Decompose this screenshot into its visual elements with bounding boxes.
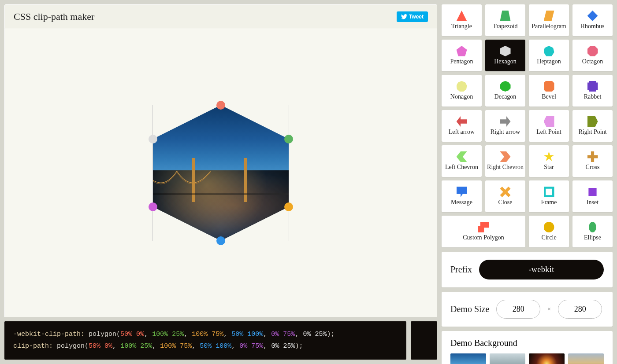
shape-preview-icon (500, 81, 511, 92)
shape-rabbet[interactable]: Rabbet (572, 75, 613, 107)
clip-handle-1[interactable] (284, 135, 293, 143)
shape-label: Rhombus (581, 23, 605, 30)
shape-preview-icon (500, 46, 511, 56)
prefix-toggle[interactable]: -webkit (479, 260, 604, 279)
shape-preview-icon (457, 81, 467, 92)
demo-height-input[interactable] (558, 300, 602, 319)
shape-label: Trapezoid (493, 23, 517, 30)
clip-handle-5[interactable] (149, 135, 157, 143)
shape-close[interactable]: Close (485, 180, 525, 212)
shape-label: Rabbet (584, 93, 602, 100)
shape-label: Star (544, 164, 554, 171)
shape-grid: TriangleTrapezoidParallelogramRhombusPen… (442, 4, 613, 247)
demo-background-label: Demo Background (450, 338, 604, 348)
shape-nonagon[interactable]: Nonagon (442, 75, 482, 107)
clip-handle-2[interactable] (284, 202, 293, 211)
shape-preview-icon (544, 81, 554, 92)
shape-right-point[interactable]: Right Point (572, 110, 613, 142)
code-side-panel[interactable] (411, 321, 437, 360)
shape-left-arrow[interactable]: Left arrow (442, 110, 482, 142)
shape-right-arrow[interactable]: Right arrow (485, 110, 525, 142)
shape-label: Octagon (582, 58, 603, 65)
shape-preview-icon (587, 46, 598, 56)
clip-handle-0[interactable] (216, 101, 225, 110)
shape-octagon[interactable]: Octagon (572, 40, 613, 71)
shape-label: Parallelogram (532, 23, 566, 30)
shape-label: Custom Polygon (463, 234, 504, 241)
tweet-button[interactable]: Tweet (397, 11, 428, 22)
demo-size-label: Demo Size (450, 304, 489, 314)
bg-thumb-2[interactable] (529, 353, 565, 364)
shape-message[interactable]: Message (442, 180, 482, 212)
shape-ellipse[interactable]: Ellipse (572, 216, 613, 247)
shape-label: Cross (586, 164, 600, 171)
shape-label: Inset (587, 199, 598, 206)
demo-width-input[interactable] (496, 300, 540, 319)
shape-preview-icon (544, 187, 554, 197)
shape-pentagon[interactable]: Pentagon (442, 40, 482, 71)
shape-left-chevron[interactable]: Left Chevron (442, 145, 482, 177)
size-separator: × (547, 306, 551, 313)
shape-decagon[interactable]: Decagon (485, 75, 525, 107)
clip-handle-3[interactable] (216, 236, 225, 245)
shape-preview-icon (500, 116, 511, 127)
shape-preview-icon (587, 11, 598, 21)
twitter-icon (401, 14, 407, 19)
shape-label: Heptagon (537, 58, 561, 65)
shape-heptagon[interactable]: Heptagon (529, 40, 569, 71)
shape-label: Decagon (494, 93, 517, 100)
shape-label: Nonagon (450, 93, 473, 100)
shape-label: Pentagon (450, 58, 473, 65)
shape-cross[interactable]: Cross (572, 145, 613, 177)
shape-label: Right Point (578, 129, 606, 136)
shape-label: Circle (541, 234, 556, 241)
shape-custom-polygon[interactable]: Custom Polygon (442, 216, 525, 247)
canvas-area[interactable] (4, 29, 437, 317)
shape-right-chevron[interactable]: Right Chevron (485, 145, 525, 177)
shape-frame[interactable]: Frame (529, 180, 569, 212)
prefix-label: Prefix (450, 265, 472, 275)
shape-preview-icon (457, 116, 467, 127)
shape-star[interactable]: Star (529, 145, 569, 177)
shape-preview-icon (544, 222, 554, 232)
bg-thumb-0[interactable] (450, 353, 486, 364)
shape-circle[interactable]: Circle (529, 216, 569, 247)
shape-label: Triangle (451, 23, 472, 30)
shape-label: Right arrow (491, 129, 520, 136)
code-line-standard: clip-path: polygon(50% 0%, 100% 25%, 100… (13, 340, 398, 353)
shape-preview-icon (544, 11, 554, 21)
demo-background-panel: Demo Background (442, 331, 613, 364)
shape-parallelogram[interactable]: Parallelogram (529, 4, 569, 36)
shape-label: Frame (541, 199, 557, 206)
shape-label: Close (498, 199, 513, 206)
shape-preview-icon (587, 81, 598, 92)
shape-rhombus[interactable]: Rhombus (572, 4, 613, 36)
shape-preview-icon (587, 222, 598, 232)
clip-box (152, 105, 289, 241)
shape-preview-icon (587, 116, 598, 127)
bg-thumb-3[interactable] (568, 353, 604, 364)
shape-preview-icon (544, 151, 554, 162)
shape-preview-icon (587, 187, 598, 197)
shape-bevel[interactable]: Bevel (529, 75, 569, 107)
shape-triangle[interactable]: Triangle (442, 4, 482, 36)
shape-preview-icon (478, 222, 489, 232)
shape-inset[interactable]: Inset (572, 180, 613, 212)
page-title: CSS clip-path maker (14, 11, 94, 22)
clip-handle-4[interactable] (149, 202, 157, 211)
bg-thumb-1[interactable] (490, 353, 525, 364)
shape-preview-icon (544, 116, 554, 127)
bg-thumbs (450, 353, 604, 364)
shape-left-point[interactable]: Left Point (529, 110, 569, 142)
shape-preview-icon (587, 151, 598, 162)
shape-preview-icon (457, 46, 467, 56)
shape-trapezoid[interactable]: Trapezoid (485, 4, 525, 36)
demo-image (153, 105, 289, 241)
shape-label: Bevel (542, 93, 556, 100)
shape-hexagon[interactable]: Hexagon (485, 40, 525, 71)
code-output[interactable]: -webkit-clip-path: polygon(50% 0%, 100% … (4, 321, 406, 360)
shape-preview-icon (500, 187, 511, 197)
shape-preview-icon (500, 151, 511, 162)
shape-label: Left Chevron (445, 164, 478, 171)
shape-preview-icon (457, 151, 467, 162)
